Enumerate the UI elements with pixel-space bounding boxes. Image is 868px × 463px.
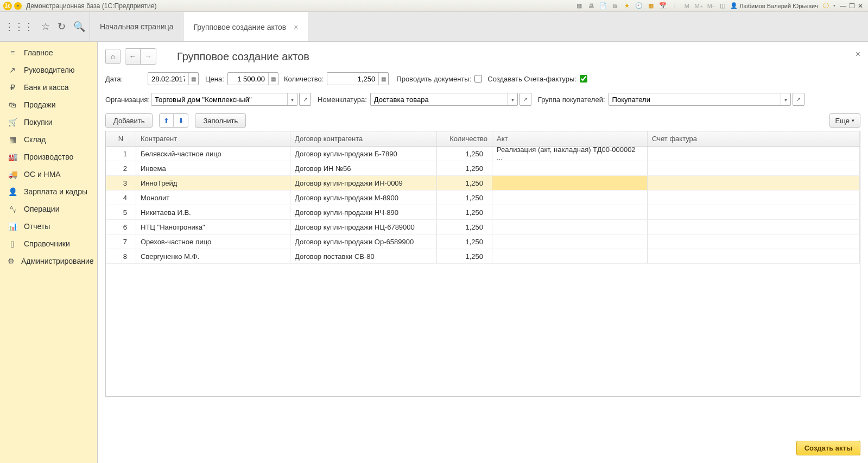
- table-row[interactable]: 7Орехов-частное лицоДоговор купли-продаж…: [106, 234, 860, 249]
- cell-invoice: [648, 176, 860, 190]
- sidebar-item-1[interactable]: ↗Руководителю: [0, 61, 97, 79]
- date-input[interactable]: [148, 73, 188, 85]
- sidebar-item-3[interactable]: 🛍Продажи: [0, 96, 97, 113]
- sidebar-icon-7: 🚚: [8, 170, 17, 179]
- tb-mplus-icon[interactable]: M+: [694, 2, 703, 10]
- th-contract[interactable]: Договор контрагента: [290, 131, 437, 146]
- org-open-button[interactable]: ↗: [299, 93, 311, 106]
- maximize-button[interactable]: ❐: [847, 2, 856, 10]
- sidebar-item-10[interactable]: 📊Отчеты: [0, 218, 97, 235]
- sidebar-item-5[interactable]: ▦Склад: [0, 131, 97, 148]
- more-dd-icon: ▾: [852, 118, 854, 123]
- group-dropdown-icon[interactable]: ▾: [781, 93, 790, 105]
- add-button[interactable]: Добавить: [105, 113, 153, 128]
- org-dropdown-icon[interactable]: ▾: [287, 93, 297, 105]
- sidebar-item-4[interactable]: 🛒Покупки: [0, 113, 97, 131]
- cell-invoice: [648, 191, 860, 205]
- tab-close-icon[interactable]: ×: [294, 23, 298, 31]
- app-logo-icon: 1c: [3, 2, 12, 10]
- cell-contract: Договор ИН №56: [290, 161, 437, 175]
- sidebar-item-0[interactable]: ≡Главное: [0, 44, 97, 61]
- content: × ⌂ ← → Групповое создание актов Дата: ▦…: [98, 42, 868, 463]
- th-qty[interactable]: Количество: [437, 131, 492, 146]
- move-up-icon[interactable]: ⬆: [160, 114, 174, 127]
- table-row[interactable]: 1Белявский-частное лицоДоговор купли-про…: [106, 147, 860, 161]
- nomen-input[interactable]: [371, 93, 508, 105]
- table-row[interactable]: 8Свергуненко М.Ф.Договор поставки СВ-801…: [106, 249, 860, 264]
- calendar-icon[interactable]: ▦: [188, 73, 198, 85]
- sidebar-item-12[interactable]: ⚙Администрирование: [0, 252, 97, 270]
- price-input[interactable]: [228, 73, 268, 85]
- create-acts-button[interactable]: Создать акты: [796, 441, 860, 455]
- nomen-dropdown-icon[interactable]: ▾: [508, 93, 517, 105]
- th-invoice[interactable]: Счет фактура: [648, 131, 860, 146]
- apps-grid-icon[interactable]: ⋮⋮⋮: [4, 21, 34, 33]
- cell-qty: 1,250: [437, 234, 492, 249]
- nomen-open-button[interactable]: ↗: [519, 93, 531, 106]
- table-row[interactable]: 6НТЦ "Нанотроника"Договор купли-продажи …: [106, 220, 860, 234]
- org-input[interactable]: [151, 93, 287, 105]
- sidebar-label-10: Отчеты: [24, 222, 50, 231]
- app-menu-dropdown-icon[interactable]: ▾: [14, 2, 22, 10]
- table-row[interactable]: 4МонолитДоговор купли-продажи М-89001,25…: [106, 191, 860, 205]
- th-act[interactable]: Акт: [492, 131, 648, 146]
- group-open-button[interactable]: ↗: [793, 93, 804, 106]
- sidebar-icon-1: ↗: [8, 66, 17, 74]
- back-button[interactable]: ←: [125, 49, 141, 64]
- cell-counterparty: ИнноТрейд: [136, 176, 290, 190]
- tb-calendar-icon[interactable]: 📅: [658, 2, 667, 10]
- home-button[interactable]: ⌂: [105, 49, 121, 64]
- tb-icon-1[interactable]: ▦: [575, 2, 584, 10]
- sidebar-item-11[interactable]: ▯Справочники: [0, 235, 97, 252]
- label-price: Цена:: [205, 75, 224, 83]
- sidebar-item-6[interactable]: 🏭Производство: [0, 148, 97, 166]
- cell-n: 4: [106, 191, 136, 205]
- sidebar-item-7[interactable]: 🚚ОС и НМА: [0, 166, 97, 183]
- sidebar-item-2[interactable]: ₽Банк и касса: [0, 79, 97, 96]
- qty-input[interactable]: [327, 73, 378, 85]
- tab-group-acts[interactable]: Групповое создание актов ×: [183, 12, 308, 41]
- tb-m-icon[interactable]: M: [682, 2, 691, 10]
- cell-contract: Договор купли-продажи НЧ-890: [290, 205, 437, 219]
- tb-panel-icon[interactable]: ◫: [718, 2, 727, 10]
- tb-star-icon[interactable]: ★: [623, 2, 631, 10]
- qty-calc-icon[interactable]: ▦: [378, 73, 388, 85]
- sidebar-icon-0: ≡: [8, 48, 17, 57]
- sidebar-item-8[interactable]: 👤Зарплата и кадры: [0, 183, 97, 200]
- info-dd-icon[interactable]: ▾: [830, 2, 839, 10]
- cell-contract: Договор купли-продажи НЦ-6789000: [290, 220, 437, 234]
- favorite-star-icon[interactable]: ☆: [41, 21, 50, 33]
- close-button[interactable]: ✕: [856, 2, 865, 10]
- tb-print-icon[interactable]: 🖶: [587, 2, 595, 10]
- sidebar-label-0: Главное: [24, 48, 53, 57]
- tb-doc-icon[interactable]: 📄: [599, 2, 607, 10]
- post-checkbox[interactable]: [474, 75, 482, 83]
- minimize-button[interactable]: —: [839, 2, 847, 10]
- table-row[interactable]: 5Никитаева И.В.Договор купли-продажи НЧ-…: [106, 205, 860, 220]
- table-row[interactable]: 3ИнноТрейдДоговор купли-продажи ИН-00091…: [106, 176, 860, 191]
- fill-button[interactable]: Заполнить: [195, 113, 246, 128]
- tab-start-page[interactable]: Начальная страница: [90, 12, 183, 41]
- group-input[interactable]: [609, 93, 781, 105]
- more-button[interactable]: Еще▾: [829, 113, 860, 128]
- tb-clock-icon[interactable]: 🕘: [635, 2, 643, 10]
- page-close-icon[interactable]: ×: [856, 49, 860, 59]
- tb-compare-icon[interactable]: 🗎: [611, 2, 619, 10]
- history-icon[interactable]: ↻: [58, 21, 66, 33]
- tb-mminus-icon[interactable]: M-: [706, 2, 715, 10]
- sidebar-icon-5: ▦: [8, 135, 17, 144]
- price-calc-icon[interactable]: ▦: [268, 73, 278, 85]
- createsf-checkbox[interactable]: [580, 75, 587, 83]
- sidebar-item-9[interactable]: ᴬᵧОперации: [0, 200, 97, 218]
- forward-button[interactable]: →: [141, 49, 156, 64]
- tb-calc-icon[interactable]: ▦: [647, 2, 655, 10]
- current-user[interactable]: 👤Любимов Валерий Юрьевич: [730, 2, 818, 9]
- th-n[interactable]: N: [106, 131, 136, 146]
- sidebar-label-4: Покупки: [24, 118, 53, 126]
- info-icon[interactable]: ⓘ: [821, 2, 830, 10]
- th-counterparty[interactable]: Контрагент: [136, 131, 290, 146]
- sidebar-icon-11: ▯: [8, 239, 17, 248]
- search-icon[interactable]: 🔍: [73, 21, 85, 33]
- move-down-icon[interactable]: ⬇: [174, 114, 188, 127]
- table-row[interactable]: 2ИнвемаДоговор ИН №561,250: [106, 161, 860, 176]
